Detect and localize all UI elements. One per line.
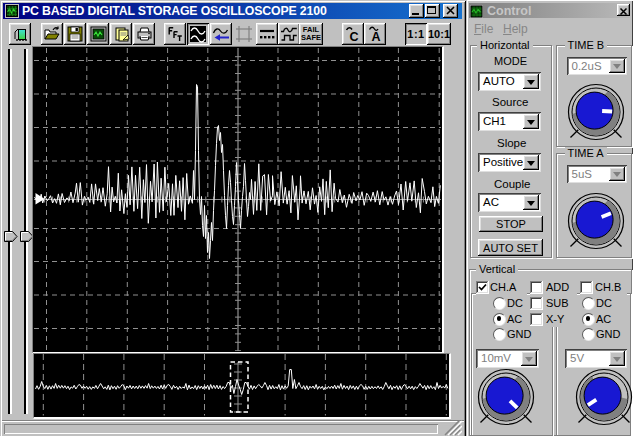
svg-text:C: C bbox=[350, 30, 359, 44]
svg-text:A: A bbox=[372, 30, 381, 44]
